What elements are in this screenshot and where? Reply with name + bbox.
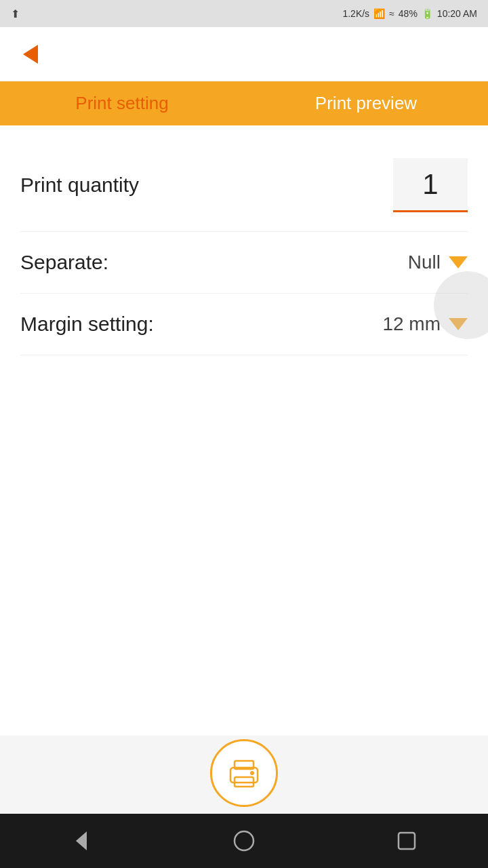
network-speed: 1.2K/s (342, 8, 369, 19)
svg-point-5 (235, 831, 253, 850)
print-button[interactable] (210, 739, 278, 807)
fab-area (210, 739, 278, 807)
nav-back-button[interactable] (61, 821, 102, 861)
back-button[interactable] (14, 37, 47, 71)
battery-icon: 🔋 (422, 8, 433, 19)
nav-home-icon (232, 829, 256, 853)
separate-value: Null (408, 252, 441, 273)
time: 10:20 AM (437, 8, 477, 19)
margin-setting-label: Margin setting: (20, 313, 154, 336)
print-quantity-label: Print quantity (20, 174, 139, 197)
settings-content: Print quantity 1 Separate: Null Margin s… (0, 125, 488, 736)
battery-percent: 48% (399, 8, 418, 19)
print-quantity-control: 1 (393, 158, 468, 212)
nav-back-icon (69, 829, 94, 853)
separate-row: Separate: Null (20, 232, 468, 294)
separate-dropdown[interactable]: Null (346, 252, 468, 273)
tab-print-preview[interactable]: Print preview (244, 81, 488, 125)
tab-print-setting[interactable]: Print setting (0, 81, 244, 125)
separate-dropdown-arrow-icon (449, 256, 468, 269)
nav-recent-icon (394, 829, 419, 853)
signal-icon: ⬆ (11, 7, 20, 20)
nav-recent-button[interactable] (386, 821, 427, 861)
top-nav (0, 27, 488, 81)
svg-point-3 (250, 771, 254, 775)
quantity-input[interactable]: 1 (393, 158, 468, 212)
wifi-icon: ≈ (389, 8, 394, 19)
separate-label: Separate: (20, 251, 108, 274)
print-quantity-row: Print quantity 1 (20, 139, 468, 232)
bottom-nav (0, 814, 488, 868)
margin-setting-row: Margin setting: 12 mm (20, 294, 468, 355)
svg-rect-6 (399, 833, 415, 849)
margin-setting-value: 12 mm (382, 313, 441, 335)
svg-marker-4 (76, 831, 87, 850)
printer-icon (225, 754, 263, 792)
nav-home-button[interactable] (224, 821, 264, 861)
status-bar: ⬆ 1.2K/s 📶 ≈ 48% 🔋 10:20 AM (0, 0, 488, 27)
back-arrow-icon (23, 45, 38, 64)
tab-bar: Print setting Print preview (0, 81, 488, 125)
bluetooth-icon: 📶 (373, 8, 385, 19)
